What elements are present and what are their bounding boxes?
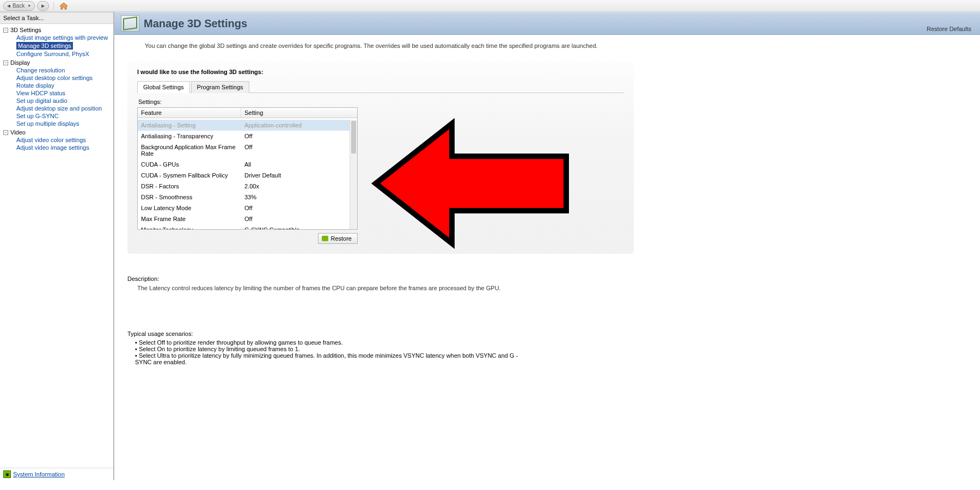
setting-cell: Off — [241, 142, 350, 158]
feature-cell: CUDA - GPUs — [138, 160, 241, 169]
column-setting[interactable]: Setting — [241, 108, 357, 118]
system-information-row: ◉ System Information — [0, 468, 113, 480]
tree-item-rotate-display[interactable]: Rotate display — [3, 82, 113, 89]
tab-global-settings[interactable]: Global Settings — [137, 81, 190, 93]
feature-cell: Antialiasing - Transparency — [138, 131, 241, 141]
setting-cell: Off — [241, 131, 350, 141]
header-logo-icon — [121, 15, 139, 32]
back-label: Back — [13, 3, 24, 9]
tree-group-label: Video — [10, 129, 26, 136]
description-label: Description: — [127, 275, 519, 282]
tree-item-adjust-video-color-settings[interactable]: Adjust video color settings — [3, 136, 113, 144]
column-feature[interactable]: Feature — [138, 108, 241, 118]
tab-program-settings[interactable]: Program Settings — [191, 81, 249, 93]
settings-row[interactable]: DSR - Smoothness33% — [138, 192, 350, 203]
restore-defaults-link[interactable]: Restore Defaults — [927, 26, 971, 32]
scenario-item: Select Off to prioritize render throughp… — [135, 339, 519, 346]
settings-row[interactable]: Low Latency ModeOff — [138, 203, 350, 213]
feature-cell: Antialiasing - Setting — [138, 120, 241, 130]
setting-cell: Off — [241, 203, 350, 213]
sidebar: Select a Task... −3D SettingsAdjust imag… — [0, 12, 114, 480]
tree-group-3d-settings[interactable]: −3D Settings — [3, 26, 113, 34]
description-section: Description: The Latency control reduces… — [127, 275, 519, 365]
tree-item-manage-3d-settings[interactable]: Manage 3D settings — [16, 42, 73, 50]
tree-item-adjust-desktop-size-and-position[interactable]: Adjust desktop size and position — [3, 105, 113, 112]
setting-cell: G-SYNC Compatible — [241, 225, 350, 229]
back-button[interactable]: ◄ Back ▼ — [3, 1, 35, 11]
page-title: Manage 3D Settings — [144, 17, 247, 30]
tree-group-display[interactable]: −Display — [3, 59, 113, 66]
intro-text: You can change the global 3D settings an… — [114, 35, 980, 49]
dropdown-icon: ▼ — [27, 4, 31, 8]
scenarios-list: Select Off to prioritize render throughp… — [135, 339, 519, 365]
toolbar: ◄ Back ▼ ► — [0, 0, 980, 12]
nvidia-icon — [322, 236, 328, 241]
home-icon — [59, 2, 68, 10]
tree-group-label: 3D Settings — [10, 27, 41, 33]
collapse-icon[interactable]: − — [3, 130, 8, 135]
scrollbar-thumb[interactable] — [351, 121, 356, 154]
settings-row[interactable]: CUDA - Sysmem Fallback PolicyDriver Defa… — [138, 170, 350, 181]
settings-row[interactable]: Antialiasing - TransparencyOff — [138, 131, 350, 142]
sidebar-header: Select a Task... — [0, 12, 113, 24]
feature-cell: Background Application Max Frame Rate — [138, 142, 241, 158]
tree-item-adjust-video-image-settings[interactable]: Adjust video image settings — [3, 144, 113, 151]
setting-cell: Off — [241, 214, 350, 224]
tree-item-configure-surround-physx[interactable]: Configure Surround, PhysX — [3, 50, 113, 58]
scenario-item: Select On to prioritize latency by limit… — [135, 346, 519, 352]
settings-row[interactable]: CUDA - GPUsAll — [138, 159, 350, 170]
scrollbar[interactable] — [350, 120, 357, 229]
settings-row[interactable]: DSR - Factors2.00x — [138, 181, 350, 192]
tree-group-video[interactable]: −Video — [3, 128, 113, 136]
tabs: Global Settings Program Settings — [137, 81, 624, 93]
feature-cell: CUDA - Sysmem Fallback Policy — [138, 170, 241, 180]
feature-cell: DSR - Factors — [138, 181, 241, 191]
toolbar-separator — [53, 2, 54, 10]
scenarios-section: Typical usage scenarios: Select Off to p… — [127, 330, 519, 365]
back-arrow-icon: ◄ — [6, 3, 11, 9]
tree-item-change-resolution[interactable]: Change resolution — [3, 66, 113, 74]
settings-label: Settings: — [138, 99, 624, 105]
tree-item-set-up-multiple-displays[interactable]: Set up multiple displays — [3, 120, 113, 127]
settings-row[interactable]: Monitor TechnologyG-SYNC Compatible — [138, 224, 350, 229]
description-text: The Latency control reduces latency by l… — [137, 284, 519, 292]
task-tree: −3D SettingsAdjust image settings with p… — [0, 24, 113, 468]
panel-heading: I would like to use the following 3D set… — [137, 69, 624, 75]
page-header: Manage 3D Settings Restore Defaults — [114, 12, 980, 35]
tree-group-label: Display — [10, 59, 30, 66]
settings-row[interactable]: Background Application Max Frame RateOff — [138, 142, 350, 159]
tree-item-view-hdcp-status[interactable]: View HDCP status — [3, 89, 113, 97]
feature-cell: Low Latency Mode — [138, 203, 241, 213]
nvidia-icon: ◉ — [3, 470, 11, 478]
tree-item-adjust-image-settings-with-preview[interactable]: Adjust image settings with preview — [3, 34, 113, 41]
settings-table-body[interactable]: Antialiasing - SettingApplication-contro… — [138, 120, 350, 229]
settings-row[interactable]: Antialiasing - SettingApplication-contro… — [138, 120, 350, 131]
feature-cell: Max Frame Rate — [138, 214, 241, 224]
scenario-item: Select Ultra to prioritize latency by fu… — [135, 352, 519, 365]
collapse-icon[interactable]: − — [3, 28, 8, 33]
settings-panel: I would like to use the following 3D set… — [127, 61, 634, 254]
setting-cell: 2.00x — [241, 181, 350, 191]
home-button[interactable] — [58, 1, 69, 11]
restore-button[interactable]: Restore — [318, 233, 358, 244]
setting-cell: 33% — [241, 192, 350, 202]
tree-item-set-up-g-sync[interactable]: Set up G-SYNC — [3, 112, 113, 120]
tree-item-adjust-desktop-color-settings[interactable]: Adjust desktop color settings — [3, 74, 113, 82]
feature-cell: DSR - Smoothness — [138, 192, 241, 202]
feature-cell: Monitor Technology — [138, 225, 241, 229]
setting-cell: Application-controlled — [241, 120, 350, 130]
forward-arrow-icon: ► — [40, 3, 46, 9]
content: Manage 3D Settings Restore Defaults You … — [114, 12, 980, 480]
settings-table-header: Feature Setting — [138, 108, 357, 118]
settings-table: Feature Setting Antialiasing - SettingAp… — [137, 107, 358, 230]
setting-cell: All — [241, 160, 350, 169]
forward-button[interactable]: ► — [37, 1, 49, 11]
scenarios-label: Typical usage scenarios: — [127, 330, 519, 337]
tree-item-set-up-digital-audio[interactable]: Set up digital audio — [3, 97, 113, 105]
system-information-link[interactable]: System Information — [13, 471, 65, 477]
collapse-icon[interactable]: − — [3, 60, 8, 65]
settings-row[interactable]: Max Frame RateOff — [138, 213, 350, 224]
setting-cell: Driver Default — [241, 170, 350, 180]
restore-button-label: Restore — [330, 235, 352, 242]
